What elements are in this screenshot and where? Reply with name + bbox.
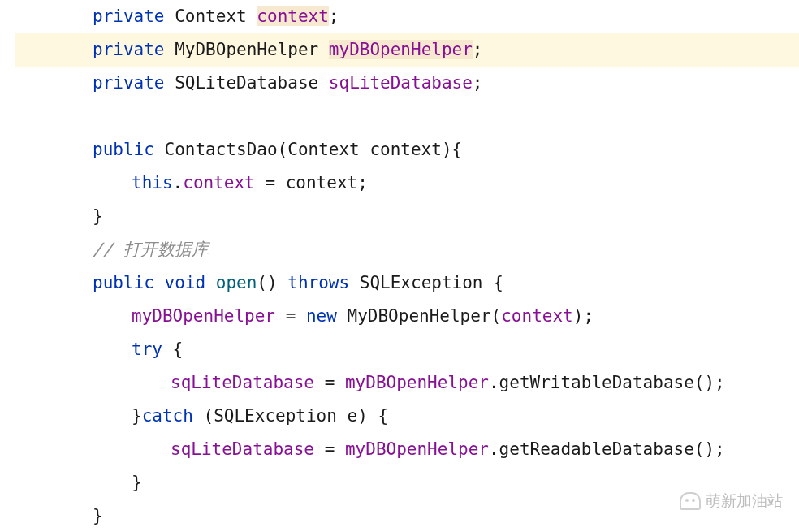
token-kw: void <box>165 273 206 292</box>
token-str: ( <box>491 306 502 326</box>
token-str: ); <box>573 306 594 326</box>
token-field: context <box>257 6 329 26</box>
token-field: myDBOpenHelper <box>132 306 275 326</box>
code-line[interactable]: // 打开数据库 <box>15 233 799 266</box>
token-kw: private <box>93 40 165 59</box>
token-type: SQLException <box>360 273 483 292</box>
token-kw: private <box>93 6 165 26</box>
code-line[interactable]: private Context context; <box>15 0 799 33</box>
token-kw: try <box>132 340 162 359</box>
token-str: (Context context){ <box>278 140 463 159</box>
token-type: MyDBOpenHelper <box>348 306 491 326</box>
wechat-icon <box>680 492 701 510</box>
token-str: } <box>93 506 103 526</box>
token-type: MyDBOpenHelper <box>175 40 318 59</box>
token-field: sqLiteDatabase <box>171 373 314 392</box>
watermark: 萌新加油站 <box>680 484 783 517</box>
token-kw: public <box>93 273 154 292</box>
watermark-text: 萌新加油站 <box>706 484 783 517</box>
code-line[interactable]: private MyDBOpenHelper myDBOpenHelper; <box>15 33 799 67</box>
token-comment: // 打开数据库 <box>93 240 209 259</box>
token-str: = <box>314 373 345 392</box>
code-line[interactable]: try { <box>15 333 799 366</box>
code-line[interactable] <box>15 100 799 133</box>
token-field: myDBOpenHelper <box>329 40 473 59</box>
token-str: () <box>257 273 287 292</box>
token-type: ContactsDao <box>165 140 278 159</box>
code-line[interactable]: sqLiteDatabase = myDBOpenHelper.getWrita… <box>15 366 799 400</box>
token-field: context <box>501 306 573 326</box>
token-field: myDBOpenHelper <box>345 439 489 459</box>
token-str: = context; <box>255 173 368 192</box>
token-str: .getReadableDatabase(); <box>489 439 725 459</box>
token-type: Context <box>175 6 247 26</box>
token-str: = <box>275 306 306 326</box>
token-type: SQLiteDatabase <box>175 73 318 93</box>
code-line[interactable]: public void open() throws SQLException { <box>15 266 799 300</box>
token-method: open <box>216 273 257 292</box>
token-str: ; <box>473 73 483 93</box>
token-str: . <box>173 173 184 192</box>
token-str: } <box>132 473 142 492</box>
code-line[interactable]: } <box>15 200 799 233</box>
code-line[interactable]: public ContactsDao(Context context){ <box>15 133 799 167</box>
token-str: .getWritableDatabase(); <box>489 373 725 392</box>
token-str: = <box>314 439 345 459</box>
token-field: context <box>183 173 255 192</box>
token-new: new <box>306 306 337 326</box>
token-field: myDBOpenHelper <box>345 373 489 392</box>
token-str: } <box>132 406 142 426</box>
token-kw: public <box>93 140 154 159</box>
code-line[interactable]: this.context = context; <box>15 167 799 200</box>
token-str: (SQLException e) { <box>193 406 388 426</box>
code-line[interactable]: private SQLiteDatabase sqLiteDatabase; <box>15 67 799 100</box>
token-kw: throws <box>287 273 349 292</box>
token-kw: private <box>93 73 165 93</box>
token-this: this <box>132 173 173 192</box>
code-editor[interactable]: private Context context;private MyDBOpen… <box>0 0 799 532</box>
token-field: sqLiteDatabase <box>329 73 473 93</box>
token-str: ; <box>473 40 483 59</box>
code-line[interactable]: sqLiteDatabase = myDBOpenHelper.getReada… <box>15 433 799 466</box>
token-str: { <box>483 273 503 292</box>
token-str: } <box>93 206 103 226</box>
code-line[interactable]: }catch (SQLException e) { <box>15 400 799 433</box>
code-line[interactable]: myDBOpenHelper = new MyDBOpenHelper(cont… <box>15 300 799 333</box>
token-str: ; <box>329 6 339 26</box>
token-field: sqLiteDatabase <box>171 439 314 459</box>
token-kw: catch <box>142 406 193 426</box>
token-str: { <box>162 340 183 359</box>
